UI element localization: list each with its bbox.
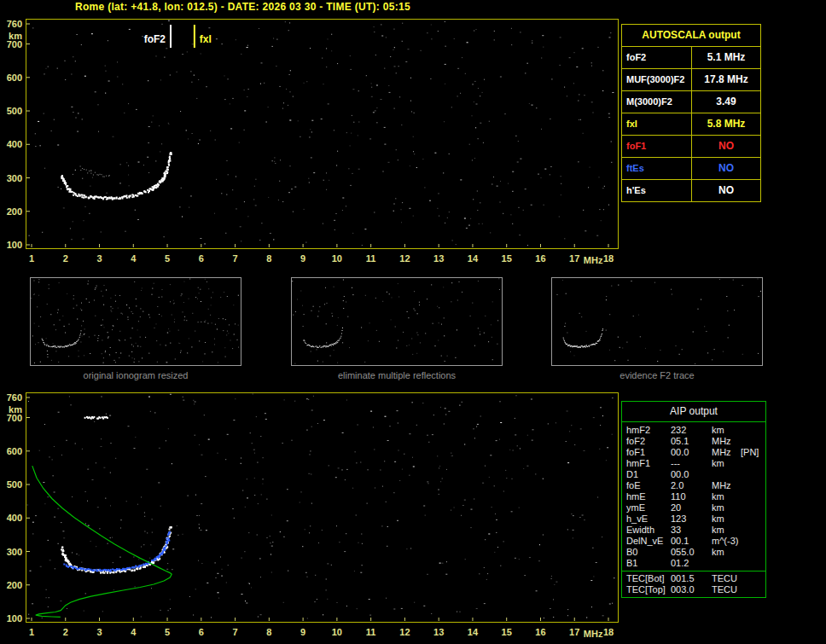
thumbnail-f2-trace [563, 328, 603, 348]
parameter-unit: MHz [712, 480, 741, 491]
parameter-value: 232 [671, 425, 712, 436]
x-axis-tick-label: 2 [55, 253, 76, 264]
autoscala-app-window: Rome (lat: +41.8, lon: 012.5) - DATE: 20… [0, 0, 826, 644]
f2-trace [61, 526, 172, 574]
faint-secondary-arc [80, 166, 110, 177]
aip-row: Ewidth33km [622, 525, 765, 536]
parameter-value: 00.1 [671, 536, 712, 547]
parameter-label: foE [626, 480, 671, 491]
bright-artifact-streak [84, 416, 108, 420]
parameter-label: DelN_vE [626, 536, 671, 547]
y-axis-tick-label: 600 [0, 446, 22, 456]
aip-row: B0055.0km [622, 547, 765, 558]
parameter-value: 33 [671, 525, 712, 536]
parameter-value: 3.49 [692, 91, 760, 113]
autoscala-row: foF25.1 MHz [622, 47, 760, 69]
parameter-unit: km [712, 525, 741, 536]
thumbnail-caption-reflections: eliminate multiple reflections [291, 370, 503, 380]
x-axis-tick-label: 4 [123, 627, 143, 637]
autoscala-row: ftEsNO [622, 158, 760, 180]
x-axis-tick-label: 13 [428, 253, 449, 264]
aip-row: hmF1---km [622, 458, 765, 469]
x-axis-tick-label: 13 [428, 627, 449, 637]
parameter-value: --- [671, 458, 712, 469]
parameter-unit: TECU [712, 584, 741, 595]
parameter-unit: km [712, 458, 741, 469]
x-axis-tick-label: 11 [361, 627, 381, 637]
parameter-label: B1 [626, 558, 671, 569]
parameter-unit: km [712, 547, 741, 558]
y-axis-tick-label: 500 [0, 479, 22, 490]
thumbnail-evidence-f2-trace [551, 277, 763, 366]
parameter-value: 20 [671, 502, 712, 513]
autoscala-table-rows: foF25.1 MHzMUF(3000)F217.8 MHzM(3000)F23… [622, 47, 760, 201]
x-axis-tick-label: 12 [394, 627, 415, 637]
noise-layer [27, 394, 615, 619]
scaled-ionogram-plot [26, 392, 619, 623]
x-axis-tick-label: 15 [497, 627, 517, 637]
thumbnail-caption-f2-trace: evidence F2 trace [551, 370, 763, 380]
f2-trace [61, 152, 172, 200]
parameter-value: NO [692, 180, 760, 201]
aip-row: D100.0 [622, 469, 765, 480]
parameter-unit: km [712, 425, 741, 436]
foF2-marker-label: foF2 [144, 33, 166, 45]
parameter-value: NO [692, 136, 760, 157]
y-axis-tick-label: 400 [0, 513, 22, 523]
fxI-marker-label: fxI [200, 33, 212, 45]
parameter-label: TEC[Bot] [626, 573, 671, 584]
parameter-label: foF2 [622, 47, 692, 68]
x-axis-tick-label: 4 [123, 253, 143, 264]
aip-tec-section: TEC[Bot]001.5TECUTEC[Top]003.0TECU [622, 571, 765, 597]
y-axis-tick-label: 100 [0, 613, 22, 624]
x-axis-tick-label: 8 [259, 627, 279, 637]
recorded-ionogram-plot: foF2fxI [26, 19, 619, 249]
x-axis-tick-label: 7 [225, 253, 246, 264]
parameter-unit: km [712, 491, 741, 502]
y-axis-tick-label: 200 [0, 580, 22, 590]
x-axis-tick-label: 10 [327, 253, 347, 264]
x-axis-tick-label: 9 [293, 627, 313, 637]
x-axis-unit-label: MHz [581, 629, 605, 639]
aip-row: TEC[Top]003.0TECU [622, 584, 765, 595]
ionogram-canvas [26, 393, 618, 622]
parameter-value: 055.0 [671, 547, 712, 558]
x-axis-tick-label: 16 [530, 253, 550, 264]
axis-ticks [26, 24, 608, 247]
parameter-label: hmF2 [626, 425, 671, 436]
y-axis-unit-label: km [0, 31, 22, 41]
thumbnail-f2-trace [42, 330, 82, 348]
aip-row: TEC[Bot]001.5TECU [622, 573, 765, 584]
parameter-unit: km [712, 513, 741, 525]
x-axis-tick-label: 14 [462, 253, 483, 264]
parameter-unit: MHz [712, 436, 741, 447]
aip-row: hmF2232km [622, 425, 765, 436]
axis-ticks [26, 397, 608, 621]
parameter-value: 05.1 [671, 436, 712, 447]
y-axis-tick-label: 400 [0, 139, 22, 149]
aip-row: hmE110km [622, 491, 765, 502]
parameter-label: D1 [626, 469, 671, 480]
parameter-unit: MHz [712, 447, 741, 458]
y-axis-tick-label: 760 [0, 19, 22, 29]
x-axis-tick-label: 3 [90, 627, 110, 637]
parameter-value: 00.0 [671, 447, 712, 458]
station-date-time-title: Rome (lat: +41.8, lon: 012.5) - DATE: 20… [75, 1, 410, 13]
parameter-unit: m^(-3) [712, 536, 741, 547]
noise-layer [29, 20, 614, 246]
parameter-label: hmE [626, 491, 671, 502]
x-axis-tick-label: 3 [90, 253, 110, 264]
autoscala-row: fxI5.8 MHz [622, 113, 760, 136]
thumbnail-eliminate-reflections [291, 277, 503, 366]
thumbnail-caption-original: original ionogram resized [30, 370, 241, 380]
autoscala-row: MUF(3000)F217.8 MHz [622, 69, 760, 91]
parameter-value: 00.0 [671, 469, 712, 480]
y-axis-tick-label: 600 [0, 73, 22, 83]
parameter-flag: [PN] [741, 447, 759, 458]
x-axis-tick-label: 6 [191, 253, 212, 264]
parameter-label: h_vE [626, 513, 671, 525]
x-axis-tick-label: 14 [462, 627, 483, 637]
parameter-label: ymE [626, 502, 671, 513]
parameter-label: TEC[Top] [626, 584, 671, 595]
aip-table-title: AIP output [622, 402, 765, 422]
